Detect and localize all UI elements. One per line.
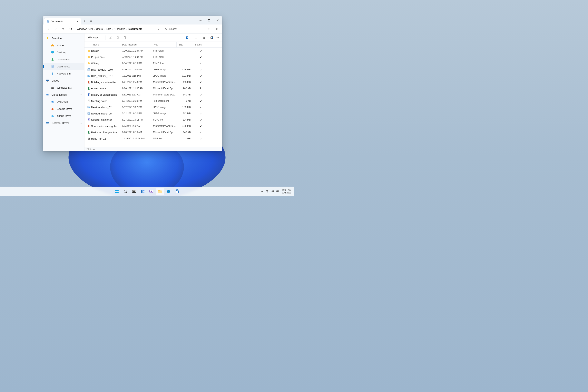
wifi-icon[interactable] (266, 190, 269, 193)
breadcrumb-segment[interactable]: OneDrive (114, 28, 126, 30)
svg-rect-10 (47, 81, 48, 82)
sidebar-item-windows-c-[interactable]: Windows (C:) (43, 84, 84, 91)
select-mode-button[interactable]: ⌄ (185, 36, 192, 39)
forward-button[interactable] (52, 26, 59, 32)
sidebar-item-home[interactable]: Home (43, 42, 84, 49)
sidebar-group-favorites[interactable]: Favorites⌃ (43, 35, 84, 42)
task-view-button[interactable] (130, 188, 138, 196)
column-size[interactable]: Size (176, 42, 193, 48)
search-placeholder: Search (169, 28, 178, 30)
file-row[interactable]: Building a modern file...6/21/2021 2:43 … (84, 79, 222, 85)
file-status (193, 81, 208, 83)
document-icon (46, 20, 49, 23)
file-row[interactable]: RoadTrip_0212/28/2020 12:58 PMMP4 file1.… (84, 136, 222, 142)
network-icon (46, 121, 49, 124)
svg-point-70 (267, 192, 268, 192)
sidebar-item-downloads[interactable]: Downloads (43, 56, 84, 63)
breadcrumb-segment[interactable]: Users (95, 28, 104, 30)
new-tab-button[interactable]: ＋ (81, 18, 88, 24)
file-row[interactable]: Writing8/14/2021 6:15 PMFile Folder (84, 60, 222, 66)
widgets-button[interactable] (139, 188, 146, 196)
column-date[interactable]: Date modified (120, 42, 151, 48)
svg-rect-21 (124, 36, 125, 37)
file-size: 640 KB (176, 131, 193, 134)
sidebar-group-network-drives[interactable]: Network Drives⌄ (43, 119, 84, 126)
edge-browser-button[interactable] (165, 188, 172, 196)
close-window-button[interactable] (214, 16, 222, 24)
clock[interactable]: 10:04 AM 10/4/2021 (282, 189, 291, 194)
file-row[interactable]: Project Files7/19/2021 10:04 AMFile Fold… (84, 54, 222, 60)
close-tab-icon[interactable]: ✕ (76, 20, 78, 23)
store-button[interactable] (173, 188, 181, 196)
system-tray[interactable]: 10:04 AM 10/4/2021 (260, 189, 294, 194)
battery-icon[interactable] (276, 190, 279, 193)
tab-overview-button[interactable] (88, 18, 94, 24)
preview-pane-button[interactable] (210, 36, 214, 39)
sidebar-item-onedrive[interactable]: OneDrive (43, 98, 84, 105)
chevron-right-icon: › (94, 28, 95, 30)
file-row[interactable]: Newfoundland_023/12/2021 9:27 PMJPEG ima… (84, 104, 222, 110)
more-button[interactable] (216, 36, 220, 39)
maximize-button[interactable] (205, 16, 214, 24)
column-type[interactable]: Type (151, 42, 176, 48)
file-row[interactable]: Design7/20/2021 11:57 AMFile Folder (84, 48, 222, 54)
refresh-button[interactable] (67, 26, 74, 32)
column-name[interactable]: Name⌃ (91, 42, 120, 48)
file-row[interactable]: Bike_210620_13075/20/2021 3:02 PMJPEG im… (84, 66, 222, 73)
copy-button[interactable] (115, 35, 121, 40)
up-button[interactable] (60, 26, 66, 32)
view-button[interactable]: ⌄ (201, 36, 208, 39)
file-date: 3/12/2021 9:27 PM (120, 106, 151, 108)
navigation-sidebar[interactable]: Favorites⌃HomeDesktopDownloadsDocumentsR… (43, 34, 84, 151)
file-row[interactable]: History of Skateboards9/8/2021 5:53 AMMi… (84, 92, 222, 98)
chevron-down-icon: ⌄ (80, 122, 82, 124)
breadcrumb-segment[interactable]: Windows (C:\) (76, 28, 94, 30)
svg-point-53 (124, 190, 126, 192)
chat-button[interactable] (148, 188, 155, 196)
sort-button[interactable]: ⌄ (193, 36, 200, 39)
paste-button[interactable] (122, 35, 128, 40)
sidebar-group-cloud-drives[interactable]: Cloud Drives⌃ (43, 91, 84, 98)
tray-chevron-icon[interactable] (260, 190, 264, 193)
sidebar-item-google-drive[interactable]: Google Drive (43, 105, 84, 112)
file-list[interactable]: Design7/20/2021 11:57 AMFile FolderProje… (84, 48, 222, 147)
svg-rect-37 (88, 94, 88, 96)
file-status (193, 50, 208, 52)
column-status[interactable]: Status (193, 42, 208, 48)
sidebar-item-recycle-bin[interactable]: Recycle Bin (43, 70, 84, 77)
tab-documents[interactable]: Documents ✕ (44, 18, 81, 25)
sidebar-item-icloud-drive[interactable]: iCloud Drive (43, 112, 84, 119)
settings-button[interactable] (214, 26, 220, 32)
breadcrumb[interactable]: Windows (C:\)›Users›Sara›OneDrive›Docume… (75, 26, 162, 32)
sidebar-item-desktop[interactable]: Desktop (43, 49, 84, 56)
back-button[interactable] (45, 26, 52, 32)
file-row[interactable]: Bike_210620_13127/9/2021 7:15 PMJPEG ima… (84, 73, 222, 79)
file-size: 5.2 MB (176, 112, 193, 115)
breadcrumb-segment[interactable]: Sara (105, 28, 112, 30)
document-icon (51, 65, 54, 68)
volume-icon[interactable] (271, 190, 274, 193)
file-row[interactable]: Redmond Rangers triat...9/28/2021 8:16 A… (84, 129, 222, 136)
svg-rect-56 (133, 191, 135, 192)
file-row[interactable]: Newfoundland_053/12/2021 9:32 PMJPEG ima… (84, 110, 222, 116)
file-row[interactable]: Spaceships among the...9/2/2021 6:02 AMM… (84, 123, 222, 129)
start-button[interactable] (113, 188, 121, 196)
search-input[interactable]: Search (163, 26, 205, 32)
sidebar-item-documents[interactable]: Documents (43, 63, 84, 70)
new-button[interactable]: + New ⌄ (86, 35, 103, 40)
svg-rect-35 (88, 87, 88, 90)
cut-button[interactable] (108, 35, 114, 40)
sidebar-group-drives[interactable]: Drives⌃ (43, 77, 84, 84)
file-row[interactable]: Focus groups8/20/2021 11:00 AMMicrosoft … (84, 85, 222, 92)
breadcrumb-segment[interactable]: Documents (128, 28, 143, 30)
svg-point-61 (151, 190, 152, 192)
file-explorer-taskbar-button[interactable] (156, 188, 164, 196)
file-status (193, 87, 208, 90)
search-taskbar-button[interactable] (122, 188, 129, 196)
file-row[interactable]: Meeting notes9/14/2021 2:30 PMText Docum… (84, 98, 222, 104)
svg-rect-62 (158, 191, 162, 193)
file-row[interactable]: Outdoor ambience8/27/2021 10:15 PMFLAC f… (84, 116, 222, 123)
minimize-button[interactable] (196, 16, 205, 24)
svg-rect-73 (279, 191, 279, 192)
breadcrumb-history-button[interactable]: ⌄ (156, 28, 161, 30)
